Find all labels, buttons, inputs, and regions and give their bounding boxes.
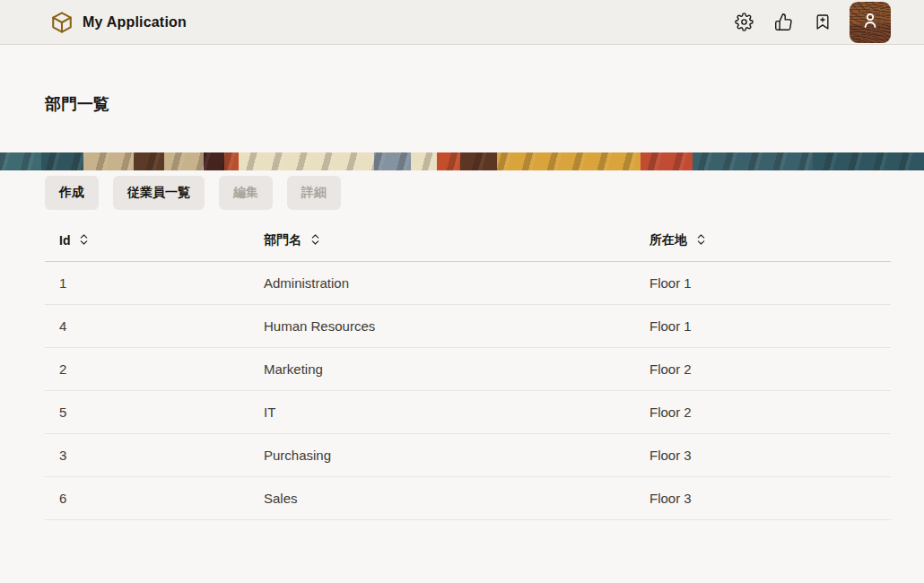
cell-location: Floor 3 <box>635 448 891 463</box>
table-row[interactable]: 4Human ResourcesFloor 1 <box>45 305 891 348</box>
cell-location: Floor 1 <box>635 275 891 291</box>
table-row[interactable]: 6SalesFloor 3 <box>45 477 891 520</box>
table-row[interactable]: 5ITFloor 2 <box>45 391 891 434</box>
column-label: Id <box>59 233 70 248</box>
table-row[interactable]: 2MarketingFloor 2 <box>45 348 891 391</box>
person-icon <box>859 10 881 34</box>
cell-location: Floor 2 <box>635 405 891 420</box>
cell-id: 5 <box>45 405 249 420</box>
sort-icon[interactable] <box>79 233 89 248</box>
thumbs-up-icon <box>774 13 793 31</box>
bookmark-plus-icon <box>814 13 832 31</box>
column-label: 部門名 <box>264 232 301 248</box>
page-content: 作成 従業員一覧 編集 詳細 Id 部門名 <box>0 170 924 520</box>
cell-id: 3 <box>45 448 249 463</box>
page-title-region: 部門一覧 <box>0 45 924 152</box>
table-body: 1AdministrationFloor 14Human ResourcesFl… <box>45 262 891 520</box>
cell-name: IT <box>249 405 635 420</box>
cell-name: Human Resources <box>249 318 635 334</box>
toolbar: 作成 従業員一覧 編集 詳細 <box>45 176 891 210</box>
account-button[interactable] <box>850 2 891 43</box>
app-brand[interactable]: My Application <box>50 11 187 34</box>
decorative-banner <box>0 152 924 170</box>
cell-name: Sales <box>249 491 635 506</box>
gear-icon <box>735 13 754 31</box>
feedback-button[interactable] <box>767 6 799 39</box>
departments-table: Id 部門名 所在地 <box>45 220 891 520</box>
employee-list-button[interactable]: 従業員一覧 <box>113 176 205 210</box>
app-title: My Application <box>83 14 187 30</box>
column-header-name[interactable]: 部門名 <box>249 232 635 248</box>
page-title: 部門一覧 <box>45 93 924 115</box>
cell-location: Floor 3 <box>635 491 891 506</box>
sort-icon[interactable] <box>310 233 320 248</box>
cell-name: Administration <box>249 275 635 291</box>
app-header: My Application <box>0 0 924 45</box>
column-header-location[interactable]: 所在地 <box>635 232 891 248</box>
column-header-id[interactable]: Id <box>45 233 249 248</box>
detail-button: 詳細 <box>287 176 341 210</box>
cell-id: 1 <box>45 275 249 291</box>
create-button[interactable]: 作成 <box>45 176 99 210</box>
header-actions <box>728 2 891 43</box>
cell-id: 2 <box>45 361 249 377</box>
edit-button: 編集 <box>219 176 273 210</box>
bookmark-button[interactable] <box>806 6 839 39</box>
cell-id: 4 <box>45 318 249 334</box>
column-label: 所在地 <box>649 232 687 248</box>
table-row[interactable]: 3PurchasingFloor 3 <box>45 434 891 477</box>
cell-id: 6 <box>45 491 249 506</box>
table-row[interactable]: 1AdministrationFloor 1 <box>45 262 891 305</box>
sort-icon[interactable] <box>696 233 706 248</box>
settings-button[interactable] <box>728 6 760 39</box>
box-cube-icon <box>50 11 74 34</box>
cell-location: Floor 2 <box>635 361 891 377</box>
cell-name: Marketing <box>249 361 635 377</box>
cell-name: Purchasing <box>249 448 635 463</box>
table-header-row: Id 部門名 所在地 <box>45 220 891 262</box>
cell-location: Floor 1 <box>635 318 891 334</box>
